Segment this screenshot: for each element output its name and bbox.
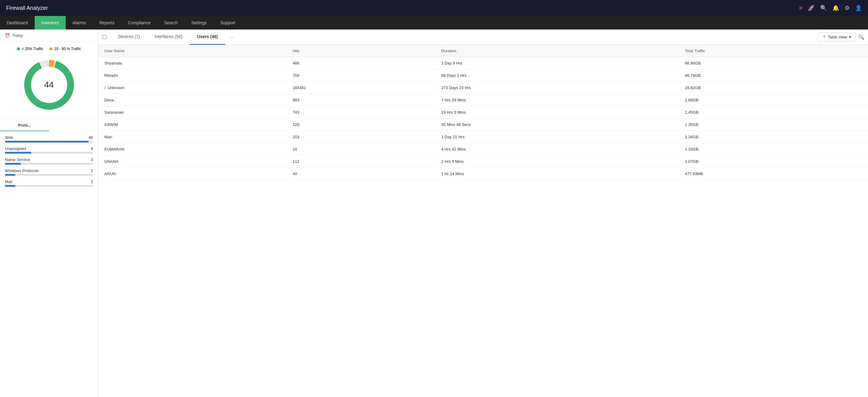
- table-row[interactable]: Revathi70868 Days 2 Hrs66.74GB: [98, 69, 868, 82]
- legend-label-orange: 20 - 80 % Traffic: [54, 47, 81, 51]
- cell-hits: 743: [287, 106, 435, 119]
- table-row[interactable]: Deva9937 Hrs 59 Mins1.68GB: [98, 94, 868, 106]
- cell-traffic: 66.74GB: [679, 69, 868, 82]
- table-row[interactable]: ARUN401 Hr 14 Mins477.93MB: [98, 168, 868, 180]
- sidebar: ⏰ Today < 20% Traffic 20 - 80 % Traffic: [0, 29, 98, 397]
- protocol-bar: [5, 163, 21, 165]
- nav-item-search[interactable]: Search: [157, 16, 184, 29]
- table-icon: ⊤: [823, 35, 826, 39]
- cell-hits: 112: [287, 155, 435, 168]
- cell-duration: 2 Hrs 9 Mins: [435, 155, 679, 168]
- tabs-right: ⊤ Table View ▾ 🔍: [818, 33, 868, 41]
- protocol-count: 46: [89, 135, 93, 140]
- protocol-name: Unassigned: [5, 146, 26, 151]
- cell-username: ARUN: [98, 168, 287, 180]
- chevron-down-icon: ▾: [849, 35, 851, 39]
- table-view-label: Table View: [828, 35, 847, 39]
- cell-username: KUMARAN: [98, 143, 287, 155]
- topbar: Firewall Analyzer ⌗ 🚀 🔍 🔔 ⚙ 👤: [0, 0, 868, 16]
- protocol-bar: [5, 152, 31, 153]
- cell-username: GNANA: [98, 155, 287, 168]
- nav-item-dashboard[interactable]: Dashboard: [0, 16, 35, 29]
- cell-traffic: 66.86GB: [679, 57, 868, 69]
- table-row[interactable]: KUMARAN164 Hrs 42 Mins1.33GB: [98, 143, 868, 155]
- cell-hits: 16: [287, 143, 435, 155]
- gear-icon[interactable]: ⚙: [845, 5, 849, 11]
- cell-traffic: 1.34GB: [679, 131, 868, 143]
- cell-traffic: 1.45GB: [679, 106, 868, 119]
- info-icon[interactable]: ℹ: [104, 85, 106, 90]
- tab-interfaces[interactable]: Interfaces (58): [147, 29, 190, 45]
- cell-hits: 708: [287, 69, 435, 82]
- cell-username: Saravanan: [98, 106, 287, 119]
- table-row[interactable]: Shyamala4661 Day 9 Hrs66.86GB: [98, 57, 868, 69]
- donut-center-value: 44: [44, 80, 54, 90]
- cell-duration: 68 Days 2 Hrs: [435, 69, 679, 82]
- content-area: Devices (7) Interfaces (58) Users (46) ·…: [98, 29, 868, 397]
- cell-username: ℹUnknown: [98, 82, 287, 94]
- protocol-name: Name Service: [5, 157, 30, 162]
- cell-duration: 1 Day 9 Hrs: [435, 57, 679, 69]
- protocol-count: 8: [91, 146, 93, 151]
- monitor-icon[interactable]: ⌗: [799, 5, 802, 11]
- app-title: Firewall Analyzer: [6, 5, 799, 11]
- nav-item-compliance[interactable]: Compliance: [121, 16, 157, 29]
- nav-item-settings[interactable]: Settings: [184, 16, 214, 29]
- nav-item-inventory[interactable]: Inventory: [35, 16, 66, 29]
- cell-username: Mari: [98, 131, 287, 143]
- cell-traffic: 28.82GB: [679, 82, 868, 94]
- search-icon[interactable]: 🔍: [820, 5, 827, 11]
- col-traffic: Total Traffic: [679, 45, 868, 57]
- table-row[interactable]: Saravanan74319 Hrs 5 Mins1.45GB: [98, 106, 868, 119]
- table-header-row: User Name Hits Duration Total Traffic: [98, 45, 868, 57]
- rocket-icon[interactable]: 🚀: [808, 5, 815, 11]
- topbar-icons: ⌗ 🚀 🔍 🔔 ⚙ 👤: [799, 5, 862, 11]
- donut-area: < 20% Traffic 20 - 80 % Traffic 44: [0, 42, 98, 120]
- bell-icon[interactable]: 🔔: [832, 5, 839, 11]
- protocol-name: Windows Protocols: [5, 168, 39, 173]
- nav-item-reports[interactable]: Reports: [93, 16, 121, 29]
- tab-more[interactable]: ···: [225, 34, 239, 40]
- table-row[interactable]: ASWIM12035 Mins 48 Secs1.35GB: [98, 119, 868, 131]
- protocol-bar: [5, 174, 16, 176]
- table-row[interactable]: ℹUnknown184381273 Days 23 Hrs28.82GB: [98, 82, 868, 94]
- table-view-button[interactable]: ⊤ Table View ▾: [818, 33, 856, 41]
- cell-traffic: 477.93MB: [679, 168, 868, 180]
- navbar: Dashboard Inventory Alarms Reports Compl…: [0, 16, 868, 29]
- table-body: Shyamala4661 Day 9 Hrs66.86GBRevathi7086…: [98, 57, 868, 180]
- tab-devices[interactable]: Devices (7): [111, 29, 147, 45]
- col-username: User Name: [98, 45, 287, 57]
- select-all-checkbox[interactable]: [102, 35, 106, 39]
- list-item: Mail 2: [5, 179, 93, 187]
- protocol-tabs: Proto...: [0, 120, 98, 132]
- cell-traffic: 1.35GB: [679, 119, 868, 131]
- cell-hits: 466: [287, 57, 435, 69]
- cell-duration: 1 Hr 14 Mins: [435, 168, 679, 180]
- table-row[interactable]: Mari2031 Day 21 Hrs1.34GB: [98, 131, 868, 143]
- users-table: User Name Hits Duration Total Traffic Sh…: [98, 45, 868, 180]
- nav-item-alarms[interactable]: Alarms: [66, 16, 93, 29]
- protocol-bar: [5, 141, 89, 143]
- cell-username: Revathi: [98, 69, 287, 82]
- protocol-bar: [5, 185, 16, 187]
- protocol-list: Web 46 Unassigned 8 Name Service: [0, 132, 98, 194]
- cell-duration: 1 Day 21 Hrs: [435, 131, 679, 143]
- search-icon-button[interactable]: 🔍: [858, 34, 864, 40]
- table-row[interactable]: GNANA1122 Hrs 9 Mins1.07GB: [98, 155, 868, 168]
- cell-hits: 40: [287, 168, 435, 180]
- tabs-bar: Devices (7) Interfaces (58) Users (46) ·…: [98, 29, 868, 45]
- sidebar-period-header: ⏰ Today: [0, 29, 98, 42]
- list-item: Windows Protocols 2: [5, 168, 93, 176]
- protocol-tab-proto[interactable]: Proto...: [0, 120, 49, 131]
- protocol-count: 2: [91, 168, 93, 173]
- nav-item-support[interactable]: Support: [214, 16, 242, 29]
- user-icon[interactable]: 👤: [855, 5, 862, 11]
- col-hits: Hits: [287, 45, 435, 57]
- donut-chart: 44: [22, 57, 77, 112]
- protocol-tab-other[interactable]: [49, 120, 98, 131]
- cell-duration: 273 Days 23 Hrs: [435, 82, 679, 94]
- tab-users[interactable]: Users (46): [190, 29, 225, 45]
- cell-duration: 19 Hrs 5 Mins: [435, 106, 679, 119]
- cell-hits: 120: [287, 119, 435, 131]
- cell-duration: 7 Hrs 59 Mins: [435, 94, 679, 106]
